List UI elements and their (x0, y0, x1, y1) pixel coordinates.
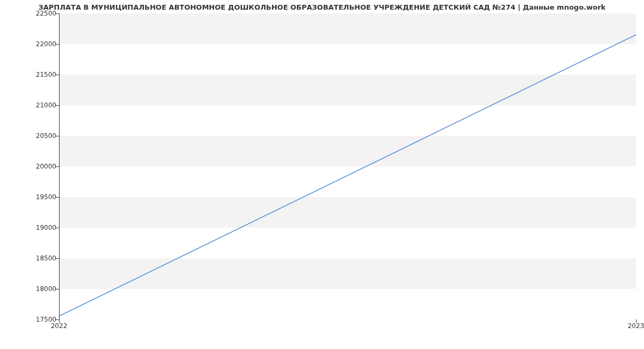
y-tick-label: 17500 (13, 316, 56, 323)
y-tick-label: 19000 (13, 224, 56, 231)
y-tick-label: 22500 (13, 10, 56, 17)
chart-title: ЗАРПЛАТА В МУНИЦИПАЛЬНОЕ АВТОНОМНОЕ ДОШК… (0, 3, 644, 11)
y-tick-label: 21000 (13, 101, 56, 109)
y-tick-label: 18500 (13, 255, 56, 262)
y-tick-label: 19500 (13, 193, 56, 201)
y-tick-label: 20000 (13, 163, 56, 170)
y-tick-label: 20500 (13, 132, 56, 140)
x-tick-mark (636, 319, 636, 323)
chart-container: ЗАРПЛАТА В МУНИЦИПАЛЬНОЕ АВТОНОМНОЕ ДОШК… (0, 0, 644, 349)
x-tick-label: 2022 (51, 322, 68, 330)
plot-area (59, 13, 636, 319)
y-tick-label: 18000 (13, 285, 56, 293)
x-tick-mark (59, 319, 60, 323)
y-tick-label: 22000 (13, 40, 56, 48)
line-layer (60, 13, 636, 319)
series-line (60, 35, 636, 316)
x-tick-label: 2023 (628, 322, 644, 330)
y-tick-label: 21500 (13, 71, 56, 78)
